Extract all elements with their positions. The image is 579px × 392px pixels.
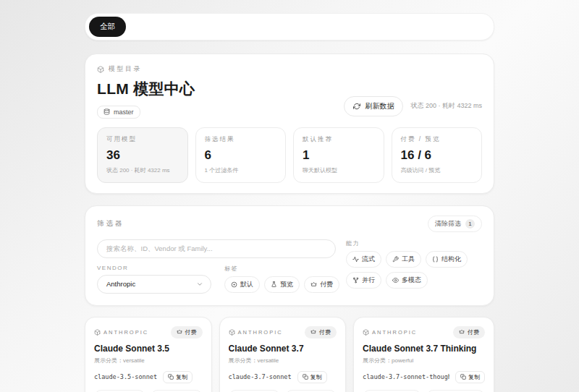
capability-pill-parallel[interactable]: 并行 — [346, 272, 381, 289]
tags-label: 标签 — [224, 265, 339, 273]
flask-icon — [271, 281, 277, 288]
copy-slug-button[interactable]: 复制 — [163, 371, 193, 383]
model-card-claude-sonnet-3-5: ANTHROPIC 付费 Claude Sonnet 3.5 展示分类：vers… — [85, 317, 212, 392]
tag-pill-default[interactable]: 默认 — [224, 276, 260, 293]
capability-pill-tools[interactable]: 工具 — [386, 251, 421, 268]
refresh-button[interactable]: 刷新数据 — [344, 96, 403, 116]
braces-icon — [432, 256, 439, 263]
copy-icon — [303, 374, 308, 380]
catalog-header-card: 模型目录 LLM 模型中心 master 刷新数据 状态 200 · 耗时 43… — [85, 54, 494, 194]
stat-value: 6 — [205, 148, 277, 163]
catalog-header-left: 模型目录 LLM 模型中心 master — [97, 64, 195, 119]
search-input[interactable] — [97, 239, 336, 258]
model-name: Claude Sonnet 3.5 — [94, 344, 203, 354]
stat-value: 36 — [106, 148, 179, 163]
stat-sub: 1 个过滤条件 — [205, 166, 277, 174]
capability-pill-structured[interactable]: 结构化 — [426, 251, 468, 268]
tag-pill-label: 付费 — [320, 280, 333, 289]
tag-pill-label: 预览 — [280, 280, 293, 289]
activity-icon — [352, 256, 359, 263]
model-name: Claude Sonnet 3.7 Thinking — [363, 344, 485, 354]
field-type: 类型 chat — [151, 390, 202, 392]
refresh-icon — [353, 103, 360, 110]
paid-badge-label: 付费 — [185, 328, 197, 336]
stat-label: 筛选结果 — [205, 135, 277, 144]
model-slug: claude-3.7-sonnet — [229, 373, 292, 380]
vendor-label: VENDOR — [97, 265, 211, 271]
model-vendor: ANTHROPIC — [363, 329, 417, 336]
model-category: 展示分类：versatile — [229, 357, 337, 365]
field-type: 类型 chat — [285, 390, 337, 392]
capability-pill-streaming[interactable]: 流式 — [346, 251, 381, 268]
stats-row: 可用模型 36 状态 200 · 耗时 4322 ms 筛选结果 6 1 个过滤… — [97, 127, 482, 183]
capability-pill-label: 结构化 — [441, 255, 461, 264]
scope-tabs: 全部 — [85, 13, 494, 41]
paid-badge: 付费 — [305, 326, 337, 338]
stat-sub: 状态 200 · 耗时 4322 ms — [106, 166, 179, 174]
status-text: 状态 200 · 耗时 4322 ms — [410, 101, 482, 111]
vendor-select[interactable]: Anthropic — [97, 275, 211, 294]
copy-button-label: 复制 — [310, 373, 322, 381]
capabilities-label: 能力 — [346, 239, 482, 247]
box-icon — [363, 329, 369, 336]
database-icon — [103, 108, 110, 115]
paid-badge-label: 付费 — [319, 328, 331, 336]
crown-icon — [310, 329, 316, 335]
capabilities-group: 能力 流式 工具 结构化 并 — [346, 239, 482, 294]
model-grid: ANTHROPIC 付费 Claude Sonnet 3.5 展示分类：vers… — [85, 317, 494, 392]
stat-label: 付费 / 预览 — [401, 135, 473, 144]
field-type: 类型 chat — [426, 390, 485, 392]
box-icon — [229, 329, 235, 336]
paid-badge: 付费 — [453, 326, 485, 338]
chevron-down-icon — [196, 281, 203, 288]
git-fork-icon — [352, 277, 359, 284]
paid-badge: 付费 — [171, 326, 203, 338]
model-slug: claude-3.5-sonnet — [94, 373, 157, 380]
stat-card-default-recommended: 默认推荐 1 聊天默认模型 — [293, 127, 384, 183]
model-card-claude-sonnet-3-7: ANTHROPIC 付费 Claude Sonnet 3.7 展示分类：vers… — [219, 317, 347, 392]
wrench-icon — [392, 256, 399, 263]
content-column: 全部 模型目录 LLM 模型中心 master 刷新数据 状态 — [85, 0, 494, 392]
branch-badge: master — [97, 106, 140, 119]
copy-button-label: 复制 — [468, 373, 480, 381]
model-vendor-label: ANTHROPIC — [372, 329, 417, 336]
filters-left-column: VENDOR Anthropic 标签 默认 — [97, 239, 336, 294]
paid-badge-label: 付费 — [468, 328, 479, 336]
copy-button-label: 复制 — [176, 373, 187, 381]
crown-icon — [310, 281, 317, 288]
tab-all[interactable]: 全部 — [89, 17, 126, 37]
capability-pill-label: 工具 — [402, 255, 415, 264]
model-category: 展示分类：versatile — [94, 357, 203, 365]
copy-slug-button[interactable]: 复制 — [297, 371, 327, 383]
clear-filters-button[interactable]: 清除筛选 1 — [428, 216, 482, 232]
filters-card: 筛选器 清除筛选 1 VENDOR Anthropic — [85, 205, 494, 306]
catalog-eyebrow: 模型目录 — [97, 64, 195, 74]
branch-badge-label: master — [114, 108, 134, 116]
tag-pill-preview[interactable]: 预览 — [264, 276, 300, 293]
model-vendor: ANTHROPIC — [94, 329, 148, 336]
clear-filters-label: 清除筛选 — [435, 219, 461, 229]
field-version: 版本 claude-3.5-so… — [94, 390, 145, 392]
tag-pill-paid[interactable]: 付费 — [304, 276, 339, 293]
stat-label: 可用模型 — [106, 135, 179, 144]
package-icon — [97, 66, 104, 73]
eye-icon — [392, 277, 399, 284]
tag-pill-label: 默认 — [240, 280, 253, 289]
capability-pill-label: 并行 — [362, 276, 375, 285]
copy-icon — [460, 374, 466, 380]
crown-icon — [177, 329, 182, 335]
copy-slug-button[interactable]: 复制 — [455, 371, 485, 383]
stat-card-filtered-results: 筛选结果 6 1 个过滤条件 — [195, 127, 287, 183]
model-name: Claude Sonnet 3.7 — [229, 344, 337, 354]
stat-value: 16 / 6 — [401, 148, 473, 163]
clear-filters-count: 1 — [465, 219, 475, 229]
capability-pill-label: 流式 — [362, 255, 375, 264]
stat-card-available-models: 可用模型 36 状态 200 · 耗时 4322 ms — [97, 127, 188, 183]
copy-icon — [168, 374, 174, 380]
capability-pill-multimodal[interactable]: 多模态 — [386, 272, 428, 289]
model-vendor-label: ANTHROPIC — [238, 329, 283, 336]
catalog-header-right: 刷新数据 状态 200 · 耗时 4322 ms — [344, 96, 482, 119]
model-card-claude-sonnet-3-7-thinking: ANTHROPIC 付费 Claude Sonnet 3.7 Thinking … — [353, 317, 494, 392]
tags-group: 标签 默认 预览 付费 — [224, 265, 339, 294]
box-icon — [94, 329, 101, 336]
